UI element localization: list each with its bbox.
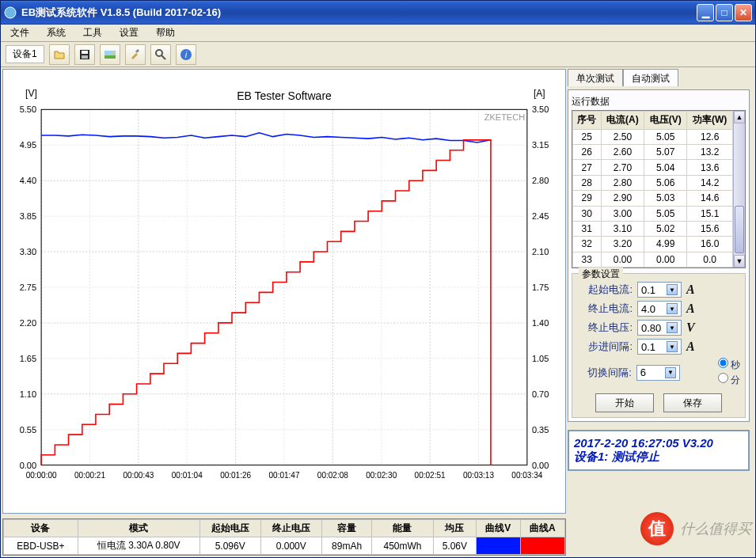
- status-line1: 2017-2-20 16:27:05 V3.20: [574, 436, 743, 450]
- cell-cap: 89mAh: [321, 537, 372, 555]
- menu-file[interactable]: 文件: [6, 25, 34, 41]
- table-cell: 16.0: [687, 237, 733, 252]
- table-cell: 15.1: [687, 206, 733, 221]
- table-cell: 2.90: [601, 191, 644, 206]
- table-cell: 30: [573, 206, 602, 221]
- table-cell: 15.6: [687, 221, 733, 236]
- table-row[interactable]: 303.005.0515.1: [573, 206, 733, 221]
- svg-text:0.35: 0.35: [532, 425, 549, 435]
- radio-minutes[interactable]: 分: [685, 373, 740, 387]
- table-cell: 3.00: [601, 206, 644, 221]
- close-button[interactable]: ✕: [735, 4, 752, 21]
- image-icon[interactable]: [100, 44, 120, 65]
- device-selector[interactable]: 设备1: [6, 45, 44, 63]
- combo-switch[interactable]: 6▼: [636, 365, 680, 381]
- label-end-i: 终止电流:: [577, 302, 633, 316]
- scroll-up-icon[interactable]: ▲: [734, 111, 745, 123]
- table-row[interactable]: 272.705.0413.6: [573, 160, 733, 175]
- table-cell: 0.00: [644, 252, 687, 267]
- svg-text:2.45: 2.45: [532, 211, 549, 221]
- table-cell: 2.60: [601, 145, 644, 160]
- svg-text:00:02:30: 00:02:30: [366, 471, 397, 480]
- svg-text:3.85: 3.85: [20, 211, 36, 221]
- summary-header-row: 设备 模式 起始电压 终止电压 容量 能量 均压 曲线V 曲线A: [4, 520, 565, 537]
- svg-text:00:00:00: 00:00:00: [26, 471, 57, 480]
- combo-step[interactable]: 0.1▼: [637, 339, 682, 355]
- table-row[interactable]: 292.905.0314.6: [573, 191, 733, 206]
- grid-scrollbar[interactable]: ▲ ▼: [733, 111, 745, 268]
- summary-row[interactable]: EBD-USB+ 恒电流 3.30A 0.80V 5.096V 0.000V 8…: [4, 537, 565, 555]
- save-icon[interactable]: [74, 44, 95, 65]
- left-pane: EB Tester Software[V][A]ZKETECH5.504.954…: [2, 69, 566, 556]
- scroll-thumb[interactable]: [735, 206, 744, 253]
- table-row[interactable]: 330.000.000.0: [573, 252, 733, 267]
- menu-system[interactable]: 系统: [42, 25, 70, 41]
- titlebar[interactable]: EB测试系统软件 V1.8.5 (Build 2017-02-16) ▁ □ ✕: [1, 1, 755, 25]
- svg-text:[A]: [A]: [534, 88, 545, 99]
- client-area: EB Tester Software[V][A]ZKETECH5.504.954…: [1, 67, 755, 557]
- svg-text:3.15: 3.15: [532, 140, 549, 150]
- svg-text:0.70: 0.70: [532, 389, 549, 399]
- chevron-down-icon[interactable]: ▼: [665, 367, 676, 378]
- menu-settings[interactable]: 设置: [115, 25, 143, 41]
- col-startv: 起始电压: [199, 520, 260, 537]
- table-cell: 2.70: [601, 160, 644, 175]
- svg-text:00:03:13: 00:03:13: [463, 471, 494, 480]
- table-row[interactable]: 282.805.0614.2: [573, 175, 733, 190]
- table-cell: 3.10: [601, 221, 644, 236]
- info-icon[interactable]: i: [176, 44, 196, 65]
- chevron-down-icon[interactable]: ▼: [667, 341, 678, 352]
- chevron-down-icon[interactable]: ▼: [667, 322, 678, 333]
- search-icon[interactable]: [150, 44, 171, 65]
- menu-tools[interactable]: 工具: [78, 25, 107, 41]
- right-pane: 单次测试 自动测试 运行数据 序号 电流(A) 电压(V) 功率(W) 252.…: [568, 69, 750, 556]
- tab-panel-auto: 运行数据 序号 电流(A) 电压(V) 功率(W) 252.505.0512.6…: [568, 89, 750, 422]
- open-icon[interactable]: [49, 44, 70, 65]
- table-row[interactable]: 323.204.9916.0: [573, 237, 733, 252]
- table-cell: 31: [573, 221, 602, 236]
- svg-rect-3: [82, 55, 88, 59]
- svg-text:1.40: 1.40: [532, 318, 549, 328]
- label-end-v: 终止电压:: [577, 321, 633, 335]
- svg-text:00:00:21: 00:00:21: [74, 471, 105, 480]
- col-energy: 能量: [372, 520, 433, 537]
- tab-single[interactable]: 单次测试: [568, 69, 623, 86]
- col-endv: 终止电压: [260, 520, 321, 537]
- swatch-v: [477, 537, 520, 555]
- combo-end-i[interactable]: 4.0▼: [637, 301, 682, 317]
- svg-text:00:03:34: 00:03:34: [511, 471, 542, 480]
- table-cell: 5.06: [644, 175, 687, 190]
- maximize-button[interactable]: □: [716, 4, 733, 21]
- tab-auto[interactable]: 自动测试: [623, 69, 678, 86]
- table-row[interactable]: 262.605.0713.2: [573, 145, 733, 160]
- svg-text:00:02:08: 00:02:08: [317, 471, 348, 480]
- table-row[interactable]: 252.505.0512.6: [573, 129, 733, 144]
- table-cell: 13.6: [687, 160, 733, 175]
- table-cell: 2.80: [601, 175, 644, 190]
- svg-text:0.55: 0.55: [20, 425, 36, 435]
- table-cell: 32: [573, 237, 602, 252]
- radio-seconds[interactable]: 秒: [685, 358, 740, 372]
- scroll-down-icon[interactable]: ▼: [734, 255, 745, 268]
- combo-end-v[interactable]: 0.80▼: [637, 320, 682, 336]
- col-a: 电流(A): [601, 112, 644, 130]
- tools-icon[interactable]: [125, 44, 146, 65]
- table-cell: 12.6: [687, 129, 733, 144]
- combo-start-i[interactable]: 0.1▼: [637, 282, 682, 298]
- svg-text:00:01:47: 00:01:47: [269, 471, 300, 480]
- menu-help[interactable]: 帮助: [151, 25, 180, 41]
- status-panel: 2017-2-20 16:27:05 V3.20 设备1: 测试停止: [568, 430, 750, 471]
- svg-text:3.30: 3.30: [20, 247, 36, 256]
- label-switch: 切换间隔:: [577, 366, 632, 380]
- svg-text:[V]: [V]: [25, 88, 37, 99]
- start-button[interactable]: 开始: [595, 393, 654, 412]
- chevron-down-icon[interactable]: ▼: [667, 284, 678, 295]
- table-cell: 28: [573, 175, 602, 190]
- save-button[interactable]: 保存: [663, 393, 722, 412]
- minimize-button[interactable]: ▁: [697, 4, 714, 21]
- chevron-down-icon[interactable]: ▼: [667, 303, 678, 314]
- table-cell: 0.0: [687, 252, 733, 267]
- svg-text:00:01:04: 00:01:04: [172, 471, 203, 480]
- table-cell: 29: [573, 191, 602, 206]
- table-row[interactable]: 313.105.0215.6: [573, 221, 733, 236]
